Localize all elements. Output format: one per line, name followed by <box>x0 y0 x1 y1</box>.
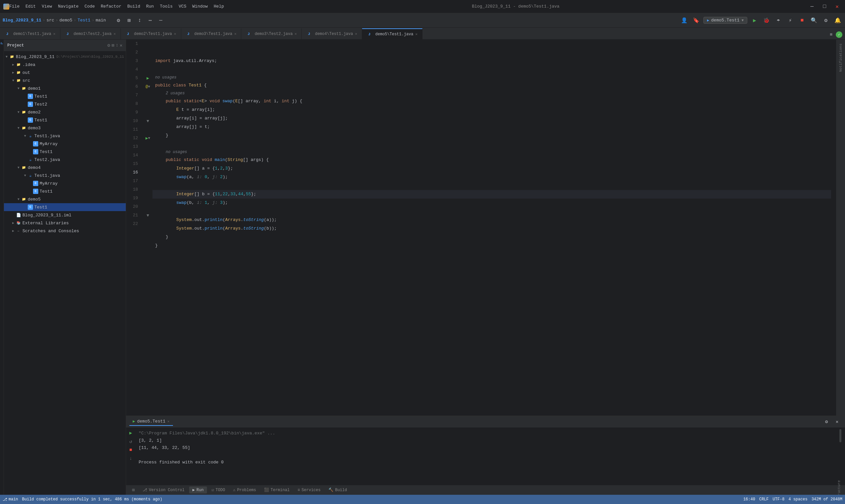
fold-icon-21[interactable]: ▼ <box>146 213 149 218</box>
debug-button[interactable]: 🐞 <box>762 16 771 25</box>
bottom-tab-terminal[interactable]: ⬛ Terminal <box>261 487 293 493</box>
tab-close-demo3-test1[interactable]: ✕ <box>234 32 237 36</box>
menu-help[interactable]: Help <box>214 4 224 9</box>
console-settings-icon[interactable]: ⚙ <box>822 417 831 427</box>
console-scroll-end-icon[interactable]: ↓ <box>127 455 134 462</box>
menu-code[interactable]: Code <box>85 4 95 9</box>
status-crlf[interactable]: CRLF <box>759 497 769 502</box>
tab-close-demo1-test1[interactable]: ✕ <box>53 32 55 36</box>
tree-demo2[interactable]: ▼ 📁 demo2 <box>4 108 126 116</box>
gutter-5[interactable]: ▶ <box>143 74 153 83</box>
console-tab-run[interactable]: ▶ demo5.Test1 ✕ <box>129 418 173 426</box>
fold-icon-6[interactable]: ▼ <box>148 85 150 89</box>
tab-close-demo1-test2[interactable]: ✕ <box>113 32 116 36</box>
status-charset[interactable]: UTF-8 <box>773 497 785 502</box>
recent-files-icon[interactable]: ≡ <box>827 30 836 39</box>
tree-out[interactable]: ▶ 📁 out <box>4 69 126 76</box>
stop-button[interactable]: ■ <box>797 16 807 25</box>
bottom-tab-version-control[interactable]: ⎇ Version Control <box>139 487 188 493</box>
menu-vcs[interactable]: VCS <box>179 4 186 9</box>
tree-demo3-test2java[interactable]: ▶ ☕ Test2.java <box>4 156 126 164</box>
minimize-panel-icon[interactable]: — <box>156 16 165 25</box>
menu-window[interactable]: Window <box>192 4 208 9</box>
bottom-tab-problems[interactable]: ⚠ Problems <box>230 487 260 493</box>
coverage-button[interactable]: ☂ <box>774 16 783 25</box>
gutter-6[interactable]: @ ▼ <box>143 83 153 91</box>
run-config-selector[interactable]: ▶ demo5.Test1 ▼ <box>703 17 747 24</box>
bottom-tab-services[interactable]: ≡ Services <box>294 487 324 493</box>
tree-idea[interactable]: ▶ 📁 .idea <box>4 61 126 69</box>
tree-demo3-test1[interactable]: ▶ C Test1 <box>4 148 126 156</box>
tree-demo5-test1[interactable]: ▶ C Test1 <box>4 203 126 211</box>
fold-icon-12[interactable]: ▼ <box>148 136 151 140</box>
profile-run-button[interactable]: ⚡ <box>786 16 795 25</box>
status-line-col[interactable]: 16:40 <box>743 497 755 502</box>
console-run-icon[interactable]: ▶ <box>127 429 134 436</box>
settings2-icon[interactable]: ⚙ <box>821 16 830 25</box>
status-build-msg[interactable]: Build completed successfully in 1 sec, 4… <box>22 497 162 502</box>
console-right-scrollbar[interactable] <box>836 428 845 485</box>
gutter-21[interactable]: ▼ <box>143 211 153 220</box>
tree-demo4-test1java[interactable]: ▼ ☕ Test1.java <box>4 172 126 179</box>
tree-demo4-myarray[interactable]: ▶ C MyArray <box>4 179 126 187</box>
menu-build[interactable]: Build <box>127 4 140 9</box>
console-close-icon[interactable]: ✕ <box>832 417 842 427</box>
gutter-12[interactable]: ▶ ▼ <box>143 134 153 143</box>
tab-demo5-test1[interactable]: J demo5\Test1.java ✕ <box>362 29 423 39</box>
project-panel-expand-icon[interactable]: ⊞ <box>111 42 114 48</box>
console-output[interactable]: "C:\Program Files\Java\jdk1.8.0_192\bin\… <box>135 428 836 485</box>
tree-demo1-test1[interactable]: ▶ C Test1 <box>4 92 126 100</box>
tab-demo1-test1[interactable]: J demo1\Test1.java ✕ <box>0 29 60 39</box>
run-icon-5[interactable]: ▶ <box>146 75 149 81</box>
tab-demo4-test1[interactable]: J demo4\Test1.java ✕ <box>302 29 362 39</box>
search-everywhere-button[interactable]: 🔍 <box>809 16 818 25</box>
close-button[interactable]: ✕ <box>832 2 842 11</box>
bookmark-icon[interactable]: 🔖 <box>691 16 701 25</box>
notifications-icon[interactable]: 🔔 <box>833 16 842 25</box>
project-tab-vertical[interactable]: P <box>0 41 4 46</box>
tree-demo3[interactable]: ▼ 📁 demo3 <box>4 124 126 132</box>
tree-demo4-test1[interactable]: ▶ C Test1 <box>4 187 126 195</box>
breadcrumb-main[interactable]: main <box>96 18 106 23</box>
tree-root[interactable]: ▼ 📁 Blog_J2023_9_11 D:\Project\JAVA\Blog… <box>4 53 126 61</box>
project-panel-close-icon[interactable]: ✕ <box>120 42 122 48</box>
editor-scrollbar[interactable] <box>831 40 836 416</box>
code-content[interactable]: import java.util.Arrays; no usages publi… <box>153 40 831 416</box>
bottom-left-icon[interactable]: ⊞ <box>129 486 138 495</box>
project-panel-settings-icon[interactable]: ⚙ <box>107 42 110 48</box>
menu-file[interactable]: File <box>9 4 19 9</box>
expand-icon[interactable]: ↕ <box>135 16 144 25</box>
console-stop-icon[interactable]: ■ <box>127 446 134 453</box>
run-tab-close[interactable]: ✕ <box>168 419 170 424</box>
menu-refactor[interactable]: Refactor <box>101 4 121 9</box>
run-button[interactable]: ▶ <box>750 16 759 25</box>
console-rerun-icon[interactable]: ↺ <box>127 438 134 445</box>
tab-close-demo3-test2[interactable]: ✕ <box>295 32 297 36</box>
menu-edit[interactable]: Edit <box>25 4 36 9</box>
tab-close-demo5-test1[interactable]: ✕ <box>415 32 418 36</box>
menu-navigate[interactable]: Navigate <box>58 4 78 9</box>
structure-label[interactable]: Structure <box>836 480 842 495</box>
status-indent[interactable]: 4 spaces <box>789 497 808 502</box>
layout-icon[interactable]: ⊞ <box>124 16 134 25</box>
maximize-button[interactable]: □ <box>820 2 829 11</box>
run-icon-12[interactable]: ▶ <box>145 136 148 141</box>
project-panel-sort-icon[interactable]: ↕ <box>116 42 118 48</box>
menu-tools[interactable]: Tools <box>160 4 173 9</box>
tree-demo5[interactable]: ▼ 📁 demo5 <box>4 195 126 203</box>
status-mem[interactable]: 342M of 2048M <box>811 497 842 502</box>
vcs-status-icon[interactable]: ✓ <box>836 31 842 38</box>
tab-demo1-test2[interactable]: J demo1\Test2.java ✕ <box>60 29 121 39</box>
code-editor[interactable]: 1 2 3 4 5 6 7 8 9 10 11 12 13 14 15 16 1… <box>126 40 845 416</box>
tree-ext-libs[interactable]: ▶ 📚 External Libraries <box>4 219 126 227</box>
notifications-label[interactable]: Notifications <box>838 42 844 73</box>
menu-run[interactable]: Run <box>146 4 154 9</box>
tab-close-demo2-test1[interactable]: ✕ <box>174 32 176 36</box>
more-icon[interactable]: ⋯ <box>145 16 155 25</box>
tree-scratches[interactable]: ▶ ✏ Scratches and Consoles <box>4 227 126 235</box>
tree-demo3-myarray[interactable]: ▶ C MyArray <box>4 140 126 148</box>
menu-view[interactable]: View <box>41 4 52 9</box>
tree-demo3-test1java[interactable]: ▼ ☕ Test1.java <box>4 132 126 140</box>
tab-demo2-test1[interactable]: J demo2\Test1.java ✕ <box>121 29 181 39</box>
profile-icon[interactable]: 👤 <box>680 16 689 25</box>
